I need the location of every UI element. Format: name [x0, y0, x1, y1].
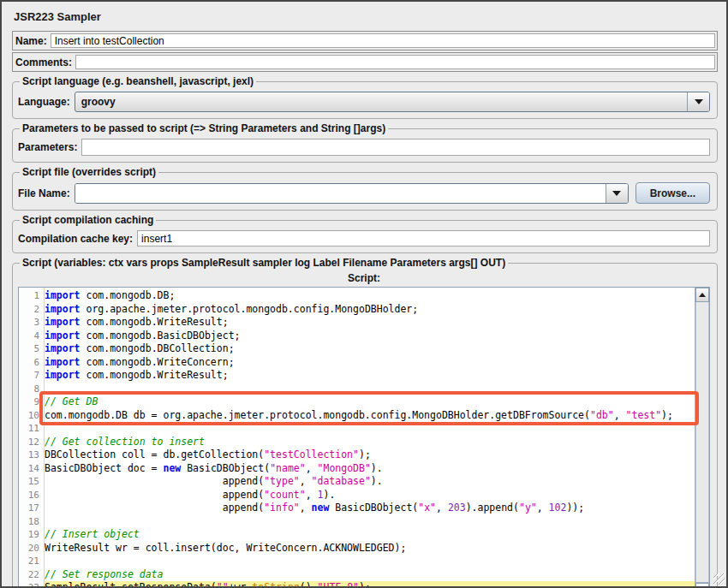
- code-line[interactable]: [45, 555, 695, 568]
- script-file-group: Script file (overrides script) File Name…: [12, 166, 718, 211]
- code-lines[interactable]: import com.mongodb.DB;import org.apache.…: [45, 288, 695, 588]
- code-line[interactable]: import com.mongodb.DB;: [45, 289, 695, 303]
- code-line[interactable]: SampleResult.setResponseData(""+wr.toStr…: [45, 581, 695, 588]
- code-line[interactable]: [45, 422, 695, 436]
- vertical-scrollbar[interactable]: [695, 288, 709, 588]
- parameters-group: Parameters to be passed to script (=> St…: [12, 122, 718, 163]
- code-line[interactable]: [45, 515, 695, 529]
- line-number: 21: [19, 555, 39, 568]
- script-label: Script:: [18, 272, 710, 284]
- browse-button[interactable]: Browse...: [636, 182, 710, 204]
- comments-row: Comments:: [12, 52, 718, 72]
- name-row: Name:: [12, 31, 718, 50]
- script-editor[interactable]: 1234567891011121314151617181920212223 im…: [18, 287, 710, 588]
- file-name-dropdown-button[interactable]: [606, 184, 628, 203]
- code-line[interactable]: append("count", 1).: [45, 489, 695, 502]
- line-number: 16: [19, 489, 39, 502]
- file-name-combobox: [75, 183, 629, 204]
- language-dropdown-button[interactable]: [687, 92, 709, 111]
- parameters-label: Parameters:: [18, 141, 81, 153]
- code-line[interactable]: com.mongodb.DB db = org.apache.jmeter.pr…: [45, 409, 695, 423]
- parameters-input[interactable]: [81, 139, 710, 156]
- panel-title: JSR223 Sampler: [14, 10, 718, 23]
- line-number: 19: [19, 528, 39, 542]
- code-line[interactable]: // Get collection to insert: [45, 436, 695, 449]
- line-number: 13: [19, 448, 39, 462]
- script-language-group: Script language (e.g. beanshell, javascr…: [12, 75, 718, 119]
- code-line[interactable]: DBCollection coll = db.getCollection("te…: [45, 448, 695, 462]
- cache-key-label: Compilation cache key:: [18, 233, 137, 245]
- cache-key-input[interactable]: [137, 230, 710, 246]
- code-line[interactable]: append("info", new BasicDBObject("x", 20…: [45, 502, 695, 515]
- line-number: 11: [19, 422, 39, 436]
- line-number: 9: [19, 395, 39, 409]
- chevron-down-icon: [695, 99, 703, 104]
- code-line[interactable]: [45, 383, 695, 396]
- language-label: Language:: [18, 96, 75, 108]
- language-select[interactable]: groovy: [75, 92, 710, 112]
- code-line[interactable]: // Insert object: [45, 528, 695, 542]
- line-number: 12: [19, 436, 39, 449]
- code-line[interactable]: import com.mongodb.DBCollection;: [45, 342, 695, 356]
- code-line[interactable]: import org.apache.jmeter.protocol.mongod…: [45, 303, 695, 317]
- parameters-group-title: Parameters to be passed to script (=> St…: [20, 122, 388, 134]
- line-number: 4: [19, 330, 39, 343]
- scroll-down-button[interactable]: [695, 583, 709, 588]
- script-group: Script (variables: ctx vars props Sample…: [12, 257, 718, 588]
- gutter: 1234567891011121314151617181920212223: [19, 288, 45, 588]
- line-number: 3: [19, 316, 39, 330]
- code-line[interactable]: import com.mongodb.WriteResult;: [45, 316, 695, 330]
- code-line[interactable]: // Set response data: [45, 568, 695, 582]
- line-number: 20: [19, 542, 39, 555]
- line-number: 10: [19, 409, 39, 423]
- compilation-caching-group: Script compilation caching Compilation c…: [12, 214, 718, 253]
- line-number: 22: [19, 568, 39, 582]
- line-number: 1: [19, 289, 39, 303]
- file-name-label: File Name:: [18, 187, 75, 199]
- line-number: 15: [19, 475, 39, 489]
- line-number: 6: [19, 356, 39, 370]
- line-number: 5: [19, 342, 39, 356]
- chevron-down-icon: [612, 191, 621, 196]
- code-line[interactable]: // Get DB: [45, 395, 695, 409]
- line-number: 8: [19, 383, 39, 396]
- line-number: 18: [19, 515, 39, 529]
- code-line[interactable]: import com.mongodb.WriteConcern;: [45, 356, 695, 370]
- line-number: 17: [19, 502, 39, 515]
- name-label: Name:: [15, 35, 51, 47]
- name-input[interactable]: [51, 33, 715, 48]
- jsr223-sampler-panel: JSR223 Sampler Name: Comments: Script la…: [0, 0, 728, 588]
- code-line[interactable]: WriteResult wr = coll.insert(doc, WriteC…: [45, 542, 695, 555]
- scroll-up-button[interactable]: [695, 288, 709, 302]
- script-language-group-title: Script language (e.g. beanshell, javascr…: [20, 75, 256, 87]
- line-number: 2: [19, 303, 39, 317]
- code-line[interactable]: append("type", "database").: [45, 475, 695, 489]
- resize-grip-icon[interactable]: [713, 573, 725, 585]
- comments-label: Comments:: [15, 56, 75, 68]
- file-name-input[interactable]: [75, 184, 606, 203]
- script-group-title: Script (variables: ctx vars props Sample…: [20, 257, 508, 269]
- line-number: 14: [19, 462, 39, 476]
- scrollbar-thumb[interactable]: [695, 302, 709, 583]
- script-file-group-title: Script file (overrides script): [20, 166, 158, 178]
- scroll-up-icon: [699, 293, 706, 297]
- line-number: 7: [19, 369, 39, 383]
- code-line[interactable]: BasicDBObject doc = new BasicDBObject("n…: [45, 462, 695, 476]
- code-line[interactable]: import com.mongodb.WriteResult;: [45, 369, 695, 383]
- code-line[interactable]: import com.mongodb.BasicDBObject;: [45, 330, 695, 343]
- line-number: 23: [19, 581, 39, 588]
- compilation-caching-group-title: Script compilation caching: [20, 214, 156, 226]
- comments-input[interactable]: [75, 55, 715, 69]
- language-selected-value: groovy: [75, 92, 687, 111]
